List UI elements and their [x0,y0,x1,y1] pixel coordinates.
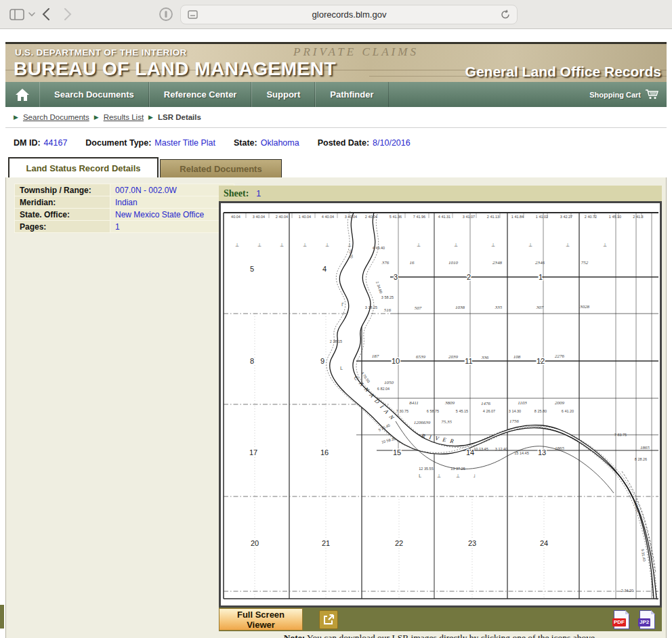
breadcrumb-arrow-icon: ▶ [14,114,18,121]
map-label: 5 41.36 [390,215,402,219]
map-label: 13 [538,448,546,456]
bureau-title: BUREAU OF LAND MANAGEMENT [14,58,336,80]
tab-land-status-record-details[interactable]: Land Status Record Details [8,157,159,177]
map-label: 3 41.07 [463,215,475,219]
map-label: 2346 [535,260,545,265]
shopping-cart-label: Shopping Cart [589,91,641,99]
map-label: 16 [410,260,415,265]
map-label: 3 38.25 [365,305,377,310]
map-label: 15 14.45 [514,451,528,455]
map-label: 335 [495,305,503,310]
map-label: 12 [537,357,545,365]
map-label: 3809 [444,400,455,406]
map-label: 3 40.04 [253,215,265,219]
map-label: 20 [251,539,259,547]
lsr-image-panel: Sheet: 1 [219,186,662,638]
township-range-label: Township / Range: [15,184,110,196]
map-label: L [340,366,343,371]
meridian-label: Meridian: [15,196,110,209]
map-label: 13 37.25 [450,467,465,471]
map-label: 22 [395,539,403,547]
jp2-label: JP2 [638,618,650,626]
nav-support[interactable]: Support [251,82,315,107]
map-label: ⊥ [235,242,239,248]
map-label: 4 26.07 [483,409,495,413]
extension-icon[interactable] [159,0,173,28]
map-label: ⊥ [528,242,532,248]
map-label: 3 14.30 [509,409,521,413]
nav-reference-center[interactable]: Reference Center [149,82,252,107]
reader-icon[interactable] [188,10,198,19]
sidebar-toggle-icon[interactable] [9,0,24,28]
map-label: 2039 [448,354,459,360]
jp2-download-icon[interactable]: JP2 [639,610,655,629]
pages-label: Pages: [15,221,110,233]
map-label: 1 41.02 [536,215,548,219]
sheet-bar: Sheet: 1 [219,186,662,201]
map-label: 2 41.3 [633,215,643,219]
document-type-label: Document Type: [85,138,151,148]
map-label: 40.04 [231,215,240,219]
pdf-download-icon[interactable]: PDF [614,610,629,629]
note-text: You can download our LSR images directly… [305,633,597,638]
nav-pathfinder[interactable]: Pathfinder [315,82,388,107]
viewer-toolbar: Full Screen Viewer PDF JP2 [219,608,662,631]
map-label: 8 [250,357,254,365]
map-label: 1206639 [414,420,431,425]
map-label: Γ [341,302,344,307]
map-label: 3 40.04 [345,215,357,219]
map-label: 8411 [409,400,418,406]
state-field: State: Oklahoma [234,138,299,148]
map-label: 1 [539,273,543,281]
map-label: 8 28.26 [635,457,647,461]
pdf-label: PDF [612,618,626,626]
map-label: ⊥ [454,242,458,248]
map-label: 6539 [416,354,426,360]
table-row: Pages: 1 [15,221,234,233]
map-label: 1010 [448,260,459,265]
home-button[interactable] [5,82,39,107]
map-label: 14 [466,448,474,456]
chevron-down-icon[interactable] [28,0,35,28]
state-value: Oklahoma [261,138,299,148]
map-label: 5 45.15 [456,409,468,413]
map-label: 16 [320,448,329,456]
page-fold [651,610,655,614]
map-label: 2 38.15 [330,339,342,343]
tab-related-documents[interactable]: Related Documents [160,159,282,177]
map-label: 1476 [481,401,491,406]
map-label: ⊥ [325,242,329,248]
state-office-value: New Mexico State Office [110,209,234,221]
map-label: ⊥ [491,242,495,248]
breadcrumb-arrow-icon: ▶ [148,114,153,121]
map-label: ⊥ [437,473,441,479]
map-label: ⊥ [280,242,284,248]
map-label: 8 25.80 [534,409,547,413]
banner-watermark: PRIVATE CLAIMS [293,45,419,59]
map-label: 4 49.40 [373,246,385,250]
home-icon [15,88,30,102]
full-screen-viewer-button[interactable]: Full Screen Viewer [219,608,303,631]
map-label: 21 [322,539,330,547]
map-label: 10 13.45 [474,447,488,451]
map-label: 12 35.55 [419,467,433,471]
open-new-window-icon[interactable] [319,610,338,629]
forward-button[interactable] [64,0,72,28]
map-label: ⊥ [257,242,261,248]
map-label: ⊥ [566,242,570,248]
shopping-cart-button[interactable]: Shopping Cart [589,82,667,107]
map-label: ⊥ [348,242,352,248]
breadcrumb-arrow-icon: ▶ [94,114,99,121]
map-label: 9 [320,357,324,365]
map-label: 1050 [384,380,394,385]
map-label: 10 [392,357,400,365]
nav-search-documents[interactable]: Search Documents [39,82,149,107]
reload-icon[interactable] [501,9,510,20]
breadcrumb: ▶ Search Documents ▶ Results List ▶ LSR … [5,107,667,128]
address-bar[interactable]: glorecords.blm.gov [180,5,518,24]
breadcrumb-results-list[interactable]: Results List [104,113,144,121]
back-button[interactable] [42,0,50,28]
dm-id-value: 44167 [44,138,68,148]
details-table: Township / Range: 007.0N - 002.0W Meridi… [14,184,234,233]
breadcrumb-search-documents[interactable]: Search Documents [23,113,89,121]
